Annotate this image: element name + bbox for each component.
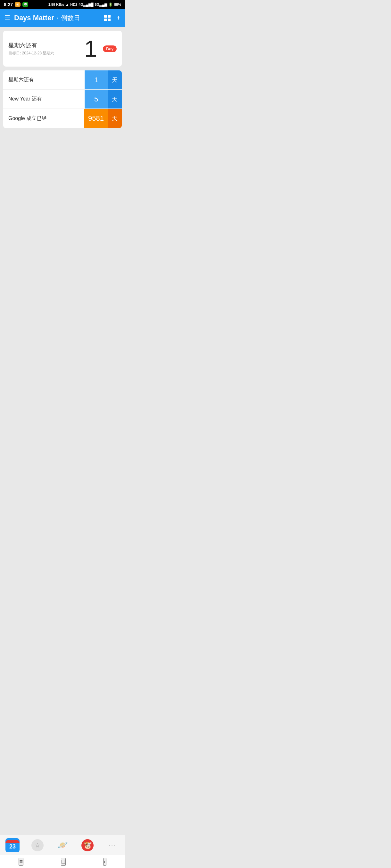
status-right: 1.59 KB/s ▲ HD2 4G▂▄▆█ 5G▂▄▆ 🔋 88% — [48, 3, 121, 7]
list-item-value-wrap: 9581 天 — [84, 109, 122, 128]
featured-right-wrap: 1 Day — [84, 37, 117, 60]
list-item-unit: 天 — [108, 70, 122, 89]
list-item-label: 星期六还有 — [3, 70, 85, 89]
signal-icon: ▲ — [65, 3, 69, 6]
list-item[interactable]: Google 成立已经 9581 天 — [3, 109, 122, 128]
status-left: 8:27 ✉ 💬 — [4, 2, 28, 7]
featured-number: 1 — [84, 37, 97, 60]
list-item-value: 9581 — [84, 109, 108, 128]
featured-left: 星期六还有 目标日: 2024-12-28 星期六 — [8, 41, 54, 56]
day-badge: Day — [103, 45, 117, 52]
list-item[interactable]: 星期六还有 1 天 — [3, 70, 122, 90]
list-item-unit: 天 — [108, 109, 122, 128]
battery-level: 88% — [114, 3, 121, 6]
app-title: Days Matter — [14, 14, 54, 22]
featured-title: 星期六还有 — [8, 41, 54, 49]
title-subtitle: 倒数日 — [61, 14, 80, 22]
list-item-value: 1 — [85, 70, 108, 89]
toolbar: ☰ Days Matter · 倒数日 + — [0, 9, 125, 27]
hd2-badge: HD2 — [70, 3, 77, 6]
wechat-icon: 💬 — [22, 2, 28, 7]
status-time: 8:27 — [4, 2, 13, 7]
add-button[interactable]: + — [116, 14, 120, 22]
list-item-label: New Year 还有 — [3, 90, 85, 108]
battery-icon: 🔋 — [108, 3, 113, 7]
list-item-value-wrap: 1 天 — [85, 70, 122, 89]
toolbar-actions: + — [104, 14, 120, 22]
network-speed: 1.59 KB/s — [48, 3, 64, 6]
list-item-unit: 天 — [108, 90, 122, 108]
grid-view-button[interactable] — [104, 15, 111, 21]
list-item-value-wrap: 5 天 — [85, 90, 122, 108]
mail-icon: ✉ — [15, 2, 21, 7]
featured-card[interactable]: 星期六还有 目标日: 2024-12-28 星期六 1 Day — [3, 31, 122, 67]
menu-button[interactable]: ☰ — [4, 15, 10, 21]
signal-4g: 4G▂▄▆█ — [79, 3, 93, 7]
list-item-label: Google 成立已经 — [3, 109, 84, 128]
list-item-value: 5 — [85, 90, 108, 108]
days-list: 星期六还有 1 天 New Year 还有 5 天 Google 成立已经 95… — [3, 70, 122, 128]
toolbar-title: Days Matter · 倒数日 — [14, 14, 100, 22]
status-bar: 8:27 ✉ 💬 1.59 KB/s ▲ HD2 4G▂▄▆█ 5G▂▄▆ 🔋 … — [0, 0, 125, 9]
signal-5g: 5G▂▄▆ — [95, 3, 107, 7]
title-dot: · — [57, 14, 59, 22]
featured-subtitle: 目标日: 2024-12-28 星期六 — [8, 51, 54, 56]
list-item[interactable]: New Year 还有 5 天 — [3, 90, 122, 109]
